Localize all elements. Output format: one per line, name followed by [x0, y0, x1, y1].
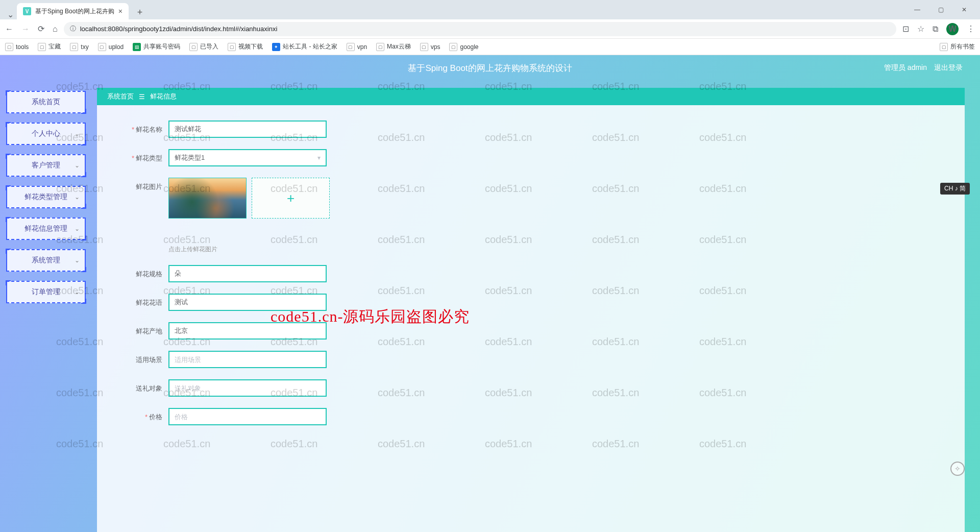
site-info-icon[interactable]: ⓘ [70, 25, 76, 33]
sidebar-item-orders[interactable]: 订单管理⌄ [6, 281, 86, 303]
input-target[interactable] [168, 379, 327, 397]
browser-tab-active[interactable]: V 基于Sping Boot的网上花卉购 × [17, 3, 129, 19]
chevron-down-icon: ⌄ [75, 288, 80, 296]
url-text: localhost:8080/springbooty1zdi/admin/dis… [80, 25, 278, 33]
bookmark-item[interactable]: ▢vpn [347, 43, 367, 51]
bookmark-item[interactable]: ▢tools [5, 43, 29, 51]
chevron-down-icon: ⌄ [75, 225, 80, 232]
bookmarks-bar: ▢tools ▢宝藏 ▢txy ▢uplod ▤共享账号密码 ▢已导入 ▢视频下… [0, 39, 980, 55]
input-price[interactable] [168, 408, 327, 425]
tab-title: 基于Sping Boot的网上花卉购 [35, 7, 114, 16]
bookmark-item[interactable]: ▢视频下载 [228, 42, 263, 51]
bookmark-star-icon[interactable]: ☆ [917, 24, 924, 34]
label-name: *鲜花名称 [112, 120, 168, 134]
input-flower-origin[interactable] [168, 322, 327, 340]
label-scene: 适用场景 [112, 351, 168, 365]
window-maximize-icon[interactable]: ▢ [934, 3, 947, 16]
menu-dots-icon[interactable]: ⋮ [967, 24, 975, 34]
bookmark-item[interactable]: ✦站长工具 - 站长之家 [272, 42, 337, 51]
new-tab-button[interactable]: + [133, 5, 147, 19]
bookmark-item[interactable]: ▢已导入 [189, 42, 218, 51]
image-thumbnail[interactable] [168, 178, 247, 219]
favicon-icon: V [23, 7, 31, 15]
chevron-down-icon: ⌄ [75, 194, 80, 201]
sidebar-item-home[interactable]: 系统首页 [6, 91, 86, 113]
label-type: *鲜花类型 [112, 149, 168, 163]
url-input[interactable]: ⓘ localhost:8080/springbooty1zdi/admin/d… [64, 22, 896, 36]
label-origin: 鲜花产地 [112, 322, 168, 336]
bookmark-item[interactable]: ▢vps [420, 43, 440, 51]
breadcrumb-current: 鲜花信息 [150, 92, 177, 101]
nav-home-icon[interactable]: ⌂ [53, 25, 58, 34]
ime-badge: CH ♪ 简 [940, 183, 970, 195]
nav-forward-icon[interactable]: → [21, 25, 30, 34]
tab-list-icon[interactable]: ⌄ [7, 10, 14, 19]
lens-icon[interactable]: ⊡ [902, 24, 909, 34]
chevron-down-icon: ⌄ [75, 162, 80, 169]
bookmark-item[interactable]: ▢uplod [98, 43, 124, 51]
label-image: 鲜花图片 [112, 178, 168, 191]
sidebar-item-system[interactable]: 系统管理⌄ [6, 249, 86, 272]
label-price: *价格 [112, 408, 168, 422]
sidebar-item-customer[interactable]: 客户管理⌄ [6, 154, 86, 177]
assist-icon[interactable]: ✧ [950, 462, 965, 476]
input-flower-spec[interactable] [168, 265, 327, 282]
chevron-down-icon: ⌄ [75, 257, 80, 264]
sidebar-item-profile[interactable]: 个人中心⌄ [6, 123, 86, 145]
window-minimize-icon[interactable]: — [911, 3, 924, 16]
chevron-down-icon: ⌄ [75, 130, 80, 137]
input-flower-name[interactable] [168, 120, 327, 138]
nav-reload-icon[interactable]: ⟳ [38, 24, 44, 34]
app-viewport: 基于Sping Boot的网上花卉购物系统的设计 管理员 admin 退出登录 … [0, 55, 980, 532]
input-flower-lang[interactable] [168, 294, 327, 311]
browser-tab-strip: ⌄ V 基于Sping Boot的网上花卉购 × + — ▢ ✕ [0, 0, 980, 19]
input-scene[interactable] [168, 351, 327, 368]
sidebar: 系统首页 个人中心⌄ 客户管理⌄ 鲜花类型管理⌄ 鲜花信息管理⌄ 系统管理⌄ 订… [0, 84, 92, 532]
label-target: 送礼对象 [112, 379, 168, 393]
select-flower-type[interactable]: 鲜花类型1 [168, 149, 327, 166]
address-bar: ← → ⟳ ⌂ ⓘ localhost:8080/springbooty1zdi… [0, 19, 980, 39]
window-close-icon[interactable]: ✕ [958, 3, 971, 16]
breadcrumb: 系统首页 ☰ 鲜花信息 [97, 88, 965, 105]
close-icon[interactable]: × [118, 7, 122, 15]
bookmark-item[interactable]: ▤共享账号密码 [133, 42, 180, 51]
bookmark-item[interactable]: ▢txy [70, 43, 88, 51]
main-panel: 系统首页 ☰ 鲜花信息 *鲜花名称 *鲜花类型 鲜花类型1 鲜花图片 [97, 88, 965, 532]
profile-avatar[interactable]: W [946, 23, 959, 35]
label-lang: 鲜花花语 [112, 294, 168, 307]
upload-hint: 点击上传鲜花图片 [168, 245, 330, 254]
all-bookmarks-button[interactable]: ▢所有书签 [940, 42, 975, 51]
bookmark-item[interactable]: ▢Max云梯 [376, 42, 411, 51]
breadcrumb-home[interactable]: 系统首页 [107, 92, 134, 101]
bookmark-item[interactable]: ▢google [449, 43, 478, 51]
bookmark-item[interactable]: ▢宝藏 [38, 42, 61, 51]
form: *鲜花名称 *鲜花类型 鲜花类型1 鲜花图片 + [97, 105, 965, 452]
extensions-icon[interactable]: ⧉ [933, 25, 938, 34]
label-spec: 鲜花规格 [112, 265, 168, 279]
nav-back-icon[interactable]: ← [5, 25, 13, 34]
sidebar-item-flower-info[interactable]: 鲜花信息管理⌄ [6, 217, 86, 240]
upload-button[interactable]: + [252, 178, 330, 219]
sidebar-item-flower-type[interactable]: 鲜花类型管理⌄ [6, 186, 86, 208]
hamburger-icon[interactable]: ☰ [139, 93, 145, 101]
